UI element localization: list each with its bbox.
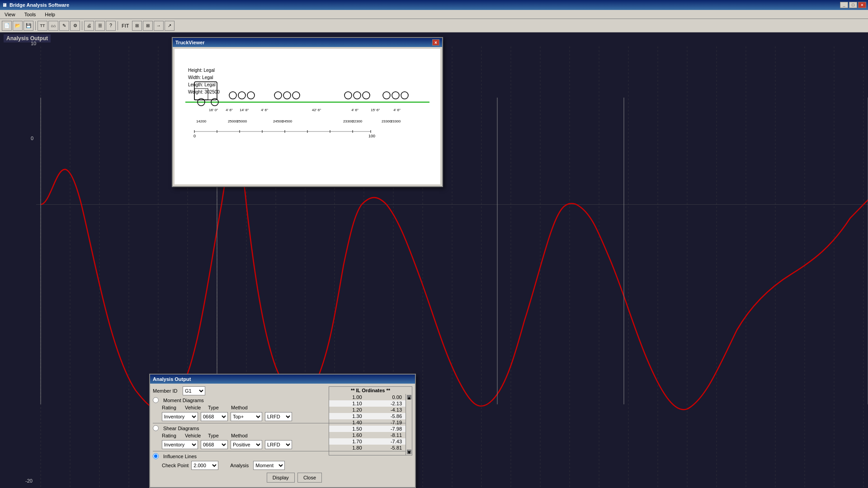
influence-lines-radio[interactable] <box>153 453 159 459</box>
moment-method-select[interactable]: LRFD <box>265 412 292 421</box>
tool-5[interactable]: ☰ <box>95 21 105 31</box>
svg-text:14200: 14200 <box>196 119 207 123</box>
il-cp-0: 1.00 <box>329 394 366 400</box>
svg-text:0: 0 <box>193 134 196 138</box>
il-row-1: 1.10-2.13 <box>329 400 406 407</box>
influence-controls-row: Check Point 2.000 Analysis Moment <box>162 461 412 470</box>
il-val-7: -7.43 <box>366 438 406 445</box>
il-row-2: 1.20-4.13 <box>329 407 406 413</box>
tool-print[interactable]: 🖨 <box>84 21 94 31</box>
scroll-up-arrow[interactable]: ▲ <box>407 395 411 399</box>
il-cp-8: 1.80 <box>329 445 366 451</box>
truck-width: Width: Legal <box>188 74 220 81</box>
app-icon: 🖥 <box>2 2 7 8</box>
truck-viewer-title-bar: TruckViewer × <box>173 38 442 47</box>
check-point-select[interactable]: 2.000 <box>191 461 218 470</box>
truck-height: Height: Legal <box>188 67 220 74</box>
svg-text:14' 8": 14' 8" <box>240 108 249 112</box>
svg-point-50 <box>392 92 399 99</box>
influence-lines-label: Influence Lines <box>163 454 197 459</box>
tool-zoom2[interactable]: → <box>154 21 164 31</box>
tool-arrow[interactable]: ↗ <box>165 21 175 31</box>
shear-method-label: Method <box>231 433 251 438</box>
il-row-3: 1.30-5.86 <box>329 413 406 419</box>
analysis-output-dialog-title: Analysis Output <box>150 375 415 384</box>
il-cp-1: 1.10 <box>329 400 366 407</box>
il-header: ** IL Ordinates ** <box>329 386 412 394</box>
close-button[interactable]: × <box>858 2 866 8</box>
tool-fit[interactable]: ⊞ <box>132 21 142 31</box>
svg-text:4' 6": 4' 6" <box>351 108 359 112</box>
svg-point-41 <box>238 92 245 99</box>
scroll-down-arrow[interactable]: ▼ <box>407 450 411 454</box>
svg-text:100: 100 <box>368 134 375 138</box>
il-val-1: -2.13 <box>366 400 406 407</box>
analysis-output-dialog: Analysis Output Member ID G1 C.P. Value … <box>149 374 416 488</box>
check-point-label: Check Point <box>162 463 189 468</box>
moment-diagrams-label: Moment Diagrams <box>163 398 204 403</box>
truck-viewer-content: Height: Legal Width: Legal Length: Legal… <box>175 49 440 184</box>
svg-point-43 <box>274 92 282 99</box>
toolbar-sep-1 <box>35 21 36 30</box>
il-val-5: -7.98 <box>366 426 406 432</box>
svg-text:16' 0": 16' 0" <box>209 108 218 112</box>
il-scrollbar[interactable]: ▲ ▼ <box>406 394 412 455</box>
toolbar-sep-3 <box>118 21 118 30</box>
il-cp-5: 1.50 <box>329 426 366 432</box>
maximize-button[interactable]: □ <box>849 2 857 8</box>
il-row-0: 1.000.00 <box>329 394 406 400</box>
tool-1[interactable]: TT <box>38 21 47 31</box>
il-row-5: 1.50-7.98 <box>329 426 406 432</box>
moment-method-label: Method <box>231 405 251 410</box>
menu-tools[interactable]: Tools <box>22 11 39 18</box>
menu-bar: View Tools Help <box>0 10 868 19</box>
moment-rating-select[interactable]: Inventory <box>162 412 198 421</box>
svg-text:4' 6": 4' 6" <box>226 108 233 112</box>
shear-method-select[interactable]: LRFD <box>265 440 292 449</box>
il-row-8: 1.80-5.81 <box>329 445 406 451</box>
truck-length: Length: Legal <box>188 81 220 89</box>
svg-text:15' 6": 15' 6" <box>371 108 380 112</box>
il-cp-2: 1.20 <box>329 407 366 413</box>
svg-text:4' 6": 4' 6" <box>393 108 401 112</box>
shear-vehicle-select[interactable]: 0668 <box>201 440 228 449</box>
tool-6[interactable]: ? <box>106 21 116 31</box>
tool-4[interactable]: ⚙ <box>70 21 80 31</box>
il-val-6: -8.11 <box>366 432 406 438</box>
svg-point-51 <box>401 92 408 99</box>
il-data-area: 1.000.00 1.10-2.13 1.20-4.13 1.30-5.86 1… <box>329 394 406 455</box>
shear-type-select[interactable]: Positive <box>231 440 262 449</box>
window-controls: _ □ × <box>840 2 866 8</box>
moment-type-select[interactable]: Top+ <box>231 412 262 421</box>
analysis-type-select[interactable]: Moment <box>253 461 285 470</box>
il-ordinates-panel: ** IL Ordinates ** 1.000.00 1.10-2.13 1.… <box>329 386 412 455</box>
truck-viewer-close-button[interactable]: × <box>432 39 439 46</box>
moment-diagrams-radio[interactable] <box>153 397 159 403</box>
influence-section: Influence Lines Check Point 2.000 Analys… <box>153 453 412 470</box>
il-val-4: -7.19 <box>366 419 406 426</box>
shear-rating-select[interactable]: Inventory <box>162 440 198 449</box>
il-val-2: -4.13 <box>366 407 406 413</box>
close-button[interactable]: Close <box>297 473 322 483</box>
tool-open[interactable]: 📂 <box>13 21 23 31</box>
truck-info-panel: Height: Legal Width: Legal Length: Legal… <box>188 67 220 96</box>
tool-save[interactable]: 💾 <box>24 21 33 31</box>
moment-vehicle-select[interactable]: 0668 <box>201 412 228 421</box>
shear-rating-label: Rating <box>162 433 182 438</box>
minimize-button[interactable]: _ <box>840 2 848 8</box>
tool-new[interactable]: 📄 <box>2 21 12 31</box>
tool-zoom1[interactable]: ⊞ <box>143 21 153 31</box>
member-id-select[interactable]: G1 <box>183 386 205 395</box>
shear-diagrams-radio[interactable] <box>153 425 159 431</box>
svg-point-40 <box>229 92 236 99</box>
tool-3[interactable]: ✎ <box>59 21 69 31</box>
il-cp-7: 1.70 <box>329 438 366 445</box>
display-button[interactable]: Display <box>267 473 295 483</box>
menu-help[interactable]: Help <box>42 11 58 18</box>
svg-text:42' 6": 42' 6" <box>312 108 321 112</box>
il-val-8: -5.81 <box>366 445 406 451</box>
svg-text:4' 6": 4' 6" <box>261 108 268 112</box>
menu-view[interactable]: View <box>2 11 18 18</box>
tool-2[interactable]: ⌂⌂ <box>48 21 58 31</box>
il-row-7: 1.70-7.43 <box>329 438 406 445</box>
